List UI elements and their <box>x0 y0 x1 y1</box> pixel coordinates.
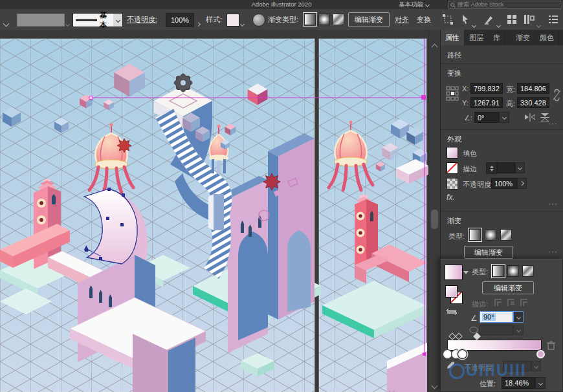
gradient-stop[interactable] <box>458 350 467 358</box>
opacity-icon[interactable] <box>447 178 458 190</box>
opacity-value-field[interactable]: 100% <box>166 13 194 27</box>
panel-gradient-freeform[interactable] <box>500 229 512 241</box>
selection-chevron[interactable] <box>472 18 476 30</box>
tab-layers[interactable]: 图层 <box>465 30 489 45</box>
fill-swatch[interactable] <box>447 147 458 158</box>
shaper-chevron[interactable] <box>497 18 500 30</box>
gp-opacity-field <box>503 361 531 371</box>
artwork-svg <box>0 30 440 392</box>
panel-gradient-radial[interactable] <box>485 229 496 241</box>
isolate-selection-icon[interactable] <box>461 14 470 25</box>
tab-properties[interactable]: 属性 <box>441 30 465 45</box>
gp-freeform-button[interactable] <box>522 265 534 277</box>
w-label: 宽: <box>506 85 515 94</box>
tab-color-guide[interactable]: 颜色参 <box>559 30 563 45</box>
gradient-preview-swatch[interactable] <box>445 265 463 280</box>
gradient-more-button[interactable]: ··· <box>548 247 558 256</box>
title-bar: Adobe Illustrator 2020 基本功能 搜索 Adobe Sto… <box>0 0 563 10</box>
gp-stroke-label: 描边: <box>472 299 488 309</box>
gp-linear-button[interactable] <box>492 265 504 277</box>
appearance-more-button[interactable]: ··· <box>548 199 558 208</box>
transform-more-button[interactable]: ··· <box>548 119 558 128</box>
gradient-linear-button[interactable] <box>304 14 316 25</box>
reference-point-locator[interactable] <box>446 84 459 102</box>
stroke-weight-field[interactable] <box>497 162 515 173</box>
aspect-ratio-field <box>480 325 513 335</box>
gradient-midpoint[interactable] <box>456 332 463 340</box>
stroke-weight-dropdown[interactable] <box>515 162 525 173</box>
style-swatch[interactable] <box>226 14 239 27</box>
h-scroll-chevron[interactable] <box>390 384 394 392</box>
recolor-artwork-icon[interactable] <box>252 14 265 27</box>
gp-position-field[interactable]: 18.46% <box>502 377 535 389</box>
fx-button[interactable]: fx. <box>447 193 455 202</box>
gradient-preset-chevron[interactable] <box>463 271 469 274</box>
scroll-thumb[interactable] <box>431 210 438 229</box>
gradient-slider-bar[interactable] <box>447 340 542 351</box>
reverse-gradient-icon[interactable] <box>446 307 458 316</box>
link-dimensions-icon[interactable] <box>552 87 561 103</box>
gp-radial-button[interactable] <box>507 265 519 277</box>
appearance-opacity-expand[interactable] <box>517 178 527 189</box>
arrange-chevron[interactable] <box>537 18 540 30</box>
panel-gradient-linear[interactable] <box>469 229 481 241</box>
panel-edit-gradient-button[interactable]: 编辑渐变 <box>464 246 513 259</box>
stroke-swatch[interactable] <box>447 162 458 174</box>
gradient-stop[interactable] <box>443 350 452 358</box>
stroke-style-select[interactable]: 基本 <box>72 13 123 27</box>
search-placeholder: 搜索 Adobe Stock <box>458 1 504 9</box>
gp-type-label: 类型: <box>472 267 488 277</box>
gradient-floating-panel: 类型: 编辑渐变 描边: ∠ 90° 不透明度: <box>440 259 563 392</box>
selection-type-label: 路径 <box>447 50 461 60</box>
gp-edit-gradient-button[interactable]: 编辑渐变 <box>482 281 534 294</box>
gp-angle-dropdown[interactable] <box>513 311 524 323</box>
scroll-up-icon[interactable] <box>432 40 437 52</box>
menu-list-icon[interactable] <box>549 16 558 23</box>
tab-color[interactable]: 颜色 <box>535 30 559 45</box>
x-value-field[interactable]: 799.832 <box>470 83 503 94</box>
stroke-line-icon <box>76 18 97 22</box>
gp-opacity-dropdown <box>531 361 541 371</box>
eyedropper-icon[interactable] <box>445 360 455 371</box>
workspace-label: 基本功能 <box>399 1 423 9</box>
gradient-freeform-button[interactable] <box>333 14 344 25</box>
canvas-v-scrollbar[interactable] <box>428 30 441 392</box>
tab-gradient[interactable]: 渐变 <box>511 30 535 45</box>
stroke-style-value: 基本 <box>100 10 113 30</box>
workspace-switcher[interactable]: 基本功能 <box>399 1 429 8</box>
edit-gradient-button[interactable]: 编辑渐变 <box>348 12 390 27</box>
gradient-radial-button[interactable] <box>318 14 330 25</box>
opacity-link[interactable]: 不透明度: <box>127 15 157 25</box>
canvas[interactable] <box>0 30 440 392</box>
flip-horizontal-icon[interactable] <box>525 113 535 122</box>
appearance-opacity-field[interactable]: 100% <box>491 178 517 189</box>
panel-tab-bar: 属性 图层 库 渐变 颜色 颜色参 <box>441 30 563 45</box>
tab-libraries[interactable]: 库 <box>489 30 505 45</box>
gp-position-dropdown[interactable] <box>535 377 546 389</box>
appearance-opacity-label: 不透明度 <box>463 180 491 190</box>
appearance-heading: 外观 <box>447 135 461 144</box>
y-value-field[interactable]: 1267.91 <box>470 97 503 108</box>
arrange-documents-icon[interactable] <box>524 15 535 24</box>
angle-dropdown[interactable] <box>499 112 509 123</box>
stroke-weight-stepper[interactable] <box>486 162 497 174</box>
panel-collapse-chevron[interactable] <box>4 17 8 28</box>
stock-search-input[interactable]: 搜索 Adobe Stock <box>448 1 562 9</box>
gp-fill-swatch[interactable] <box>445 285 458 298</box>
align-link[interactable]: 对齐 <box>395 15 409 25</box>
transform-link[interactable]: 变换 <box>417 15 431 25</box>
bounding-box-icon[interactable] <box>443 14 453 25</box>
artboard-grid-icon[interactable] <box>507 15 516 24</box>
style-chevron[interactable] <box>241 17 244 28</box>
gradient-stop[interactable] <box>536 350 545 358</box>
gp-angle-field[interactable]: 90° <box>480 311 513 323</box>
fill-chevron-icon[interactable] <box>66 17 69 28</box>
fill-color-swatch[interactable] <box>17 14 65 27</box>
shaper-tool-icon[interactable] <box>484 14 494 25</box>
w-value-field[interactable]: 184.806 <box>517 83 549 94</box>
scroll-down-icon[interactable] <box>432 379 437 391</box>
stroke-style-chevron[interactable] <box>113 14 122 27</box>
angle-value-field[interactable]: 0° <box>474 112 499 123</box>
opacity-expand-chevron[interactable] <box>197 17 200 28</box>
h-value-field[interactable]: 330.428 <box>517 97 549 108</box>
